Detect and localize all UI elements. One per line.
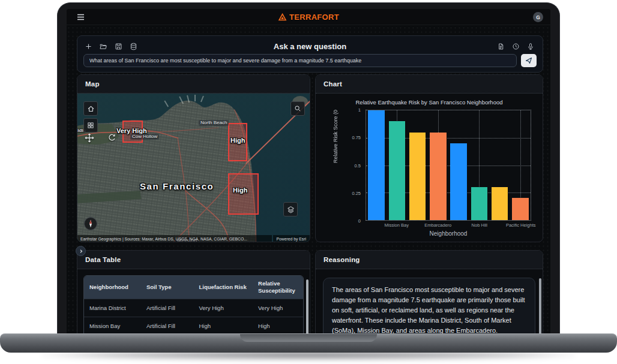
reasoning-text: The areas of San Francisco most suscepti… (332, 285, 526, 336)
compass-icon (87, 219, 94, 228)
map-home-button[interactable] (83, 101, 98, 116)
grid-icon (87, 122, 94, 129)
reasoning-panel-title: Reasoning (324, 256, 360, 263)
chart-bar (471, 187, 487, 220)
chart-panel: Chart Relative Earthquake Risk by San Fr… (315, 74, 543, 242)
hamburger-icon (77, 14, 85, 20)
map-canvas[interactable]: Very High High High San Francisco North … (77, 94, 310, 242)
table-panel-header: Data Table (77, 251, 310, 269)
pan-icon[interactable] (85, 133, 94, 143)
chart-body: Relative Earthquake Risk by San Francisc… (316, 94, 543, 242)
send-button[interactable] (521, 54, 537, 67)
map-attribution: Earthstar Geographics | Sources: Maxar, … (77, 235, 310, 242)
chart-bar (389, 121, 405, 220)
chart-bar (368, 110, 384, 220)
y-tick-label: 0.75 (352, 135, 361, 140)
logo-text: TERRAFORT (289, 13, 339, 22)
laptop-base (0, 333, 617, 353)
ask-panel: Ask a new question (77, 35, 543, 73)
laptop-base-notch (240, 334, 377, 342)
column-header: Neighborhood (84, 276, 141, 299)
chart-bar (430, 133, 446, 220)
chart-bar (492, 187, 508, 220)
table-row[interactable]: Mission BayArtificial FillHighHigh (84, 317, 303, 335)
risk-zone-embarcadero: High (228, 123, 247, 161)
question-input[interactable] (83, 54, 517, 67)
rotate-icon[interactable] (107, 133, 117, 143)
reasoning-scrollbar[interactable] (539, 278, 541, 336)
home-icon (87, 105, 95, 113)
y-tick-label: 0.25 (352, 190, 361, 195)
terrafort-logo: TERRAFORT (278, 13, 339, 22)
user-avatar[interactable]: G (533, 12, 543, 22)
x-tick-label: Nob Hill (472, 222, 487, 228)
compass-button[interactable] (84, 217, 97, 230)
attribution-text: Earthstar Geographics | Sources: Maxar, … (77, 235, 272, 242)
y-tick-label: 0.5 (355, 163, 361, 168)
city-label: San Francisco (140, 181, 214, 191)
chart-bar (512, 198, 528, 220)
chart-bar (409, 133, 426, 220)
y-tick-label: 1 (358, 107, 361, 113)
column-header: Liquefaction Risk (193, 276, 253, 299)
ask-title: Ask a new question (274, 42, 346, 51)
risk-zone-label: High (230, 137, 245, 144)
table-panel-title: Data Table (85, 256, 121, 263)
y-tick-label: 0 (358, 218, 361, 224)
history-button[interactable] (511, 41, 520, 51)
cow-hollow-label: Cow Hollow (130, 134, 159, 140)
chart-xlabel: Neighborhood (366, 230, 531, 237)
chart-panel-header: Chart (316, 75, 543, 94)
table-row[interactable]: Marina DistrictArtificial FillVery HighV… (84, 299, 303, 317)
avatar-initial: G (536, 14, 540, 20)
table-scrollbar[interactable] (306, 279, 308, 335)
expand-row-button[interactable] (76, 246, 86, 256)
layers-button[interactable] (283, 202, 298, 216)
ask-toolbar: Ask a new question (83, 39, 537, 53)
navbar: TERRAFORT G (67, 9, 550, 25)
microphone-button[interactable] (526, 41, 535, 51)
risk-zone-mission-bay: High (228, 173, 259, 215)
column-header: Relative Susceptibility (253, 276, 303, 299)
data-table-panel: Data Table NeighborhoodSoil TypeLiquefac… (77, 250, 310, 336)
satellite-basemap (77, 94, 310, 242)
bar-chart-plot[interactable] (366, 110, 531, 221)
table-header-row: NeighborhoodSoil TypeLiquefaction RiskRe… (84, 276, 303, 299)
map-panel-title: Map (85, 80, 100, 88)
laptop-frame: TERRAFORT G Ask a new question (57, 2, 560, 336)
layers-icon (287, 206, 295, 213)
database-button[interactable] (128, 41, 138, 51)
chart-yaxis: 00.250.50.751 (348, 110, 363, 221)
chart-xaxis: Mission BayEmbarcaderoNob HillPacific He… (366, 222, 531, 229)
risk-zone-label: High (233, 186, 247, 194)
map-search-button[interactable] (290, 101, 305, 116)
basemap-gallery-button[interactable] (83, 118, 98, 133)
terrafort-logo-icon (278, 13, 287, 21)
reasoning-panel-header: Reasoning (316, 251, 543, 269)
toolbar-right-group (496, 41, 535, 51)
save-button[interactable] (113, 41, 123, 51)
north-beach-label: North Beach (199, 120, 229, 126)
data-table: NeighborhoodSoil TypeLiquefaction RiskRe… (83, 275, 304, 336)
chart-panel-title: Chart (324, 80, 342, 88)
reasoning-box: The areas of San Francisco most suscepti… (323, 278, 535, 336)
chart-ylabel: Relative Risk Score (0 (333, 110, 339, 163)
chevron-right-icon (79, 249, 83, 254)
chart-title: Relative Earthquake Risk by San Francisc… (316, 99, 543, 106)
open-folder-button[interactable] (98, 41, 108, 51)
chart-bar (450, 143, 466, 220)
x-tick-label: Mission Bay (385, 222, 409, 228)
search-icon (294, 105, 301, 112)
x-tick-label: Embarcadero (424, 222, 451, 228)
map-panel: Map (77, 74, 310, 242)
menu-button[interactable] (75, 11, 86, 22)
new-question-button[interactable] (83, 41, 93, 51)
toolbar-left-group (83, 41, 138, 51)
reasoning-panel: Reasoning The areas of San Francisco mos… (315, 250, 543, 336)
script-button[interactable] (496, 41, 505, 51)
page: TERRAFORT G Ask a new question (0, 0, 617, 364)
map-panel-header: Map (77, 75, 310, 94)
table-body: Marina DistrictArtificial FillVery HighV… (84, 299, 303, 336)
app-window: TERRAFORT G Ask a new question (67, 9, 550, 336)
powered-by-esri: Powered by Esri (273, 235, 310, 242)
